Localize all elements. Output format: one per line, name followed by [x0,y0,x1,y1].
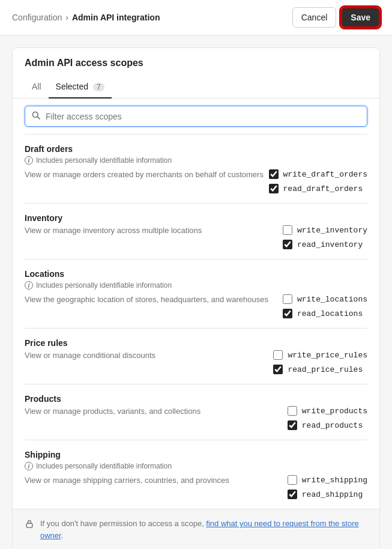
scopes-list: Draft orders i Includes personally ident… [13,134,379,509]
scope-checkboxes: write_draft_orders read_draft_orders [269,169,367,193]
scope-description: View or manage shipping carriers, countr… [25,475,229,486]
breadcrumb-parent: Configuration [12,13,62,22]
checkbox-row: read_price_rules [273,365,363,374]
label-read_products: read_products [302,421,363,430]
tab-all[interactable]: All [25,76,49,99]
scope-row: View or manage orders created by merchan… [25,169,367,193]
checkbox-row: read_locations [283,309,363,318]
breadcrumb-current: Admin API integration [72,13,160,22]
scope-row: View the geographic location of stores, … [25,294,367,318]
header: Configuration › Admin API integration Ca… [0,0,392,35]
label-write_price_rules: write_price_rules [288,351,367,360]
label-read_locations: read_locations [297,309,363,318]
checkbox-read_price_rules[interactable] [273,365,283,374]
card-title: Admin API access scopes [13,48,379,68]
scope-group-title: Draft orders [25,144,367,154]
checkbox-read_products[interactable] [288,420,297,430]
label-write_shipping: write_shipping [302,476,367,485]
label-read_draft_orders: read_draft_orders [283,184,363,193]
scope-row: View or manage conditional discounts wri… [25,350,367,374]
footer-text: If you don't have permission to access a… [40,518,367,541]
checkbox-write_shipping[interactable] [288,475,297,485]
svg-point-0 [32,112,38,117]
search-icon [31,111,41,122]
checkbox-read_shipping[interactable] [288,490,297,499]
checkbox-row: write_products [288,406,367,416]
checkbox-row: write_inventory [283,225,367,235]
scope-group-title: Inventory [25,213,367,223]
checkbox-write_locations[interactable] [283,294,292,304]
scope-group-title: Products [25,394,367,404]
checkbox-write_products[interactable] [288,406,297,416]
checkbox-row: read_shipping [288,490,363,499]
checkbox-write_draft_orders[interactable] [269,169,279,179]
scope-row: View or manage products, variants, and c… [25,406,367,430]
scope-description: View the geographic location of stores, … [25,294,268,305]
scope-checkboxes: write_inventory read_inventory [283,225,367,249]
checkbox-write_price_rules[interactable] [273,350,283,360]
checkbox-row: read_draft_orders [269,184,363,193]
checkbox-write_inventory[interactable] [283,225,292,235]
main-content: Admin API access scopes All Selected 7 [0,35,392,549]
scope-checkboxes: write_price_rules read_price_rules [273,350,367,374]
scope-description: View or manage conditional discounts [25,350,155,361]
label-write_draft_orders: write_draft_orders [283,170,367,179]
api-scopes-card: Admin API access scopes All Selected 7 [12,47,380,549]
scope-group-title: Shipping [25,450,367,460]
checkbox-read_draft_orders[interactable] [269,184,279,193]
scope-description: View or manage products, variants, and c… [25,406,201,417]
label-write_products: write_products [302,407,367,416]
scope-group-shipping: Shipping i Includes personally identifia… [25,440,367,509]
search-container [25,106,367,127]
scope-group-title: Locations [25,269,367,279]
label-read_inventory: read_inventory [297,240,363,249]
scope-checkboxes: write_locations read_locations [283,294,367,318]
label-write_locations: write_locations [297,295,367,304]
scope-group-locations: Locations i Includes personally identifi… [25,259,367,328]
svg-line-1 [37,117,40,119]
tab-selected[interactable]: Selected 7 [49,76,112,99]
label-read_price_rules: read_price_rules [288,365,363,374]
pii-note: i Includes personally identifiable infor… [25,281,367,290]
label-read_shipping: read_shipping [302,490,363,499]
scope-checkboxes: write_products read_products [288,406,367,430]
scope-description: View or manage inventory across multiple… [25,225,202,236]
search-input[interactable] [46,112,361,121]
scope-description: View or manage orders created by merchan… [25,169,264,180]
breadcrumb: Configuration › Admin API integration [12,13,160,22]
info-icon: i [25,156,33,165]
checkbox-row: read_inventory [283,240,363,249]
selected-tab-badge: 7 [93,83,104,91]
search-wrapper [13,99,379,134]
scope-checkboxes: write_shipping read_shipping [288,475,367,499]
lock-icon [25,519,34,530]
checkbox-row: write_price_rules [273,350,367,360]
cancel-button[interactable]: Cancel [292,7,337,28]
scope-row: View or manage shipping carriers, countr… [25,475,367,499]
checkbox-row: write_shipping [288,475,367,485]
checkbox-read_locations[interactable] [283,309,292,318]
scope-group-draft_orders: Draft orders i Includes personally ident… [25,134,367,203]
checkbox-read_inventory[interactable] [283,240,292,249]
pii-note: i Includes personally identifiable infor… [25,462,367,470]
info-icon: i [25,281,33,290]
scope-row: View or manage inventory across multiple… [25,225,367,249]
save-button[interactable]: Save [341,7,380,28]
header-actions: Cancel Save [292,7,380,28]
breadcrumb-separator: › [65,13,68,22]
tabs: All Selected 7 [13,76,379,99]
checkbox-row: write_locations [283,294,367,304]
footer: If you don't have permission to access a… [13,509,379,549]
scope-group-inventory: Inventory View or manage inventory acros… [25,203,367,259]
svg-rect-2 [26,523,32,527]
checkbox-row: read_products [288,420,363,430]
info-icon: i [25,462,33,470]
scope-group-title: Price rules [25,338,367,348]
scope-group-price_rules: Price rules View or manage conditional d… [25,328,367,384]
scope-group-products: Products View or manage products, varian… [25,384,367,440]
label-write_inventory: write_inventory [297,226,367,235]
pii-note: i Includes personally identifiable infor… [25,156,367,165]
checkbox-row: write_draft_orders [269,169,367,179]
